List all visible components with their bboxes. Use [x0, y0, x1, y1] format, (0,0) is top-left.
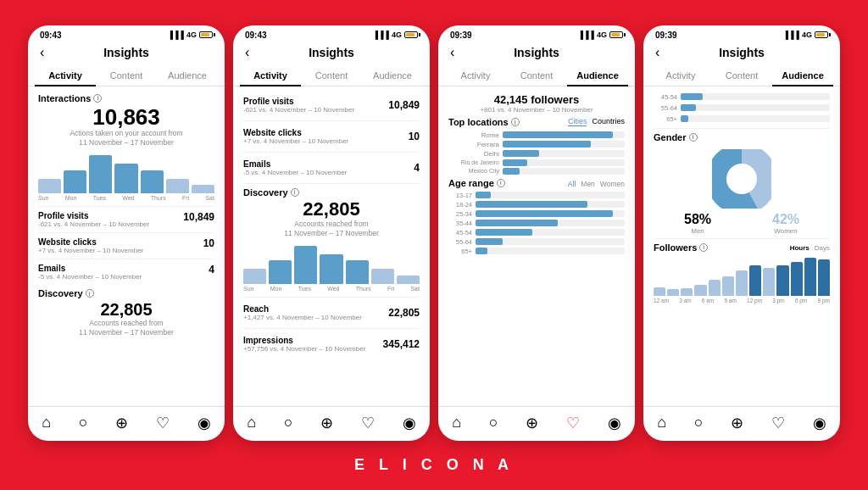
info-icon-discovery-2[interactable]: i — [291, 188, 299, 197]
age-bar-container-4554 — [476, 229, 625, 236]
add-icon-2[interactable]: ⊕ — [320, 414, 333, 432]
countries-tab[interactable]: Countries — [592, 117, 625, 125]
men-label: Men — [684, 227, 711, 235]
content-1: Interactions i 10,863 Actions taken on y… — [28, 86, 225, 406]
search-icon-2[interactable]: ○ — [284, 414, 293, 432]
age-bar-container-3544 — [476, 220, 625, 226]
loc-row-delhi: Delhi — [448, 150, 625, 158]
website-clicks-metric: Website clicks +7 vs. 4 November – 10 No… — [243, 125, 420, 148]
info-icon-interactions[interactable]: i — [93, 94, 102, 103]
info-icon-locations[interactable]: i — [511, 118, 520, 126]
back-button-3[interactable]: ‹ — [450, 45, 454, 60]
search-icon-3[interactable]: ○ — [489, 414, 498, 432]
heart-icon-4[interactable]: ♡ — [771, 414, 785, 432]
tab-audience-2[interactable]: Audience — [362, 65, 423, 86]
add-icon-1[interactable]: ⊕ — [115, 414, 128, 432]
time-2: 09:43 — [245, 31, 267, 40]
interactions-value: 10,863 — [38, 105, 214, 130]
home-icon-4[interactable]: ⌂ — [657, 414, 666, 432]
impressions-sub: +57,756 vs. 4 November – 10 November — [243, 345, 365, 353]
profile-visits-metric: Profile visits -621 vs. 4 November – 10 … — [243, 93, 420, 117]
tab-content-3[interactable]: Content — [506, 65, 567, 86]
network-icon-2: 4G — [392, 31, 402, 39]
age-bar-container-65plus — [476, 248, 625, 254]
pv-sub: -621 vs. 4 November – 10 November — [243, 106, 354, 114]
add-icon-3[interactable]: ⊕ — [526, 414, 538, 432]
profile-icon-3[interactable]: ◉ — [608, 414, 621, 432]
filter-all[interactable]: All — [568, 180, 576, 188]
gender-title: Gender i — [654, 132, 698, 142]
add-icon-4[interactable]: ⊕ — [731, 414, 743, 432]
fbar-7 — [736, 270, 748, 296]
men-stat: 58% Men — [684, 212, 711, 235]
discovery-value-2: 22,805 — [243, 199, 420, 220]
search-icon-1[interactable]: ○ — [79, 414, 88, 432]
loc-mexico-label: Mexico City — [448, 168, 499, 174]
age-row-45-54: 45-54 — [448, 229, 625, 237]
status-bar-3: 09:39 ▐▐▐ 4G — [438, 25, 635, 42]
tab-content-4[interactable]: Content — [711, 65, 772, 86]
phone-4: 09:39 ▐▐▐ 4G ‹ Insights Activity Content… — [643, 25, 840, 441]
tab-activity-2[interactable]: Activity — [240, 65, 301, 86]
tab-activity-3[interactable]: Activity — [445, 65, 506, 86]
home-icon-2[interactable]: ⌂ — [247, 414, 256, 432]
time-3: 09:39 — [450, 31, 472, 40]
info-icon-followers[interactable]: i — [699, 243, 708, 252]
tab-content-2[interactable]: Content — [301, 65, 362, 86]
fbar-2 — [667, 289, 679, 295]
phone-1: 09:43 ▐▐▐ 4G ‹ Insights Activity Content… — [28, 25, 225, 441]
tab-activity-1[interactable]: Activity — [35, 65, 96, 86]
info-icon-age[interactable]: i — [497, 179, 505, 187]
content-2: Profile visits -621 vs. 4 November – 10 … — [233, 86, 430, 406]
hours-btn[interactable]: Hours — [790, 244, 810, 252]
status-icons-3: ▐▐▐ 4G — [578, 31, 623, 39]
filter-women[interactable]: Women — [600, 180, 625, 188]
tab-audience-1[interactable]: Audience — [157, 65, 218, 86]
days-btn[interactable]: Days — [815, 244, 830, 252]
reach-label: Reach — [243, 304, 362, 314]
followers-header-row: Followers i Hours Days — [654, 242, 830, 254]
nav-3: ⌂ ○ ⊕ ♡ ◉ — [438, 406, 635, 441]
home-icon-1[interactable]: ⌂ — [42, 414, 51, 432]
reach-sub: +1,427 vs. 4 November – 10 November — [243, 314, 362, 321]
search-icon-4[interactable]: ○ — [694, 414, 704, 432]
heart-icon-1[interactable]: ♡ — [156, 414, 170, 432]
reach-metric: Reach +1,427 vs. 4 November – 10 Novembe… — [243, 301, 420, 325]
time-4: 09:39 — [655, 31, 677, 40]
back-button-1[interactable]: ‹ — [40, 45, 44, 60]
age-label-4554: 45-54 — [448, 229, 472, 237]
info-icon-discovery-1[interactable]: i — [86, 289, 94, 298]
fbar-10 — [776, 265, 788, 296]
emails-sub: -5 vs. 4 November – 10 November — [38, 273, 142, 281]
loc-ferrara-bar — [503, 141, 591, 148]
fbar-8 — [749, 265, 761, 295]
tab-audience-3[interactable]: Audience — [567, 65, 628, 86]
back-button-2[interactable]: ‹ — [245, 45, 249, 60]
page-title-1: Insights — [103, 46, 149, 59]
top-age-bar-container-5564 — [681, 104, 830, 111]
age-filter-buttons: All Men Women — [568, 180, 625, 188]
loc-rio-bar — [503, 159, 527, 166]
bar-mon — [64, 170, 86, 194]
age-label-3544: 35-44 — [448, 220, 472, 227]
emails-metric: Emails -5 vs. 4 November – 10 November 4 — [243, 156, 420, 180]
signal-icon-4: ▐▐▐ — [783, 31, 799, 39]
profile-icon-4[interactable]: ◉ — [813, 414, 826, 432]
cities-tab[interactable]: Cities — [568, 117, 587, 126]
tab-audience-4[interactable]: Audience — [772, 65, 833, 86]
profile-icon-1[interactable]: ◉ — [198, 414, 211, 432]
battery-icon-4 — [815, 31, 828, 38]
tab-content-1[interactable]: Content — [96, 65, 157, 86]
heart-icon-2[interactable]: ♡ — [361, 414, 375, 432]
top-age-row-65plus: 65+ — [654, 115, 830, 123]
tab-activity-4[interactable]: Activity — [650, 65, 711, 86]
heart-icon-3[interactable]: ♡ — [566, 414, 580, 432]
back-button-4[interactable]: ‹ — [655, 45, 659, 60]
profile-icon-2[interactable]: ◉ — [403, 414, 416, 432]
home-icon-3[interactable]: ⌂ — [452, 414, 461, 432]
nav-1: ⌂ ○ ⊕ ♡ ◉ — [28, 406, 225, 441]
followers-section-4: Followers i Hours Days — [654, 242, 830, 303]
info-icon-gender[interactable]: i — [689, 133, 698, 142]
women-pct: 42% — [772, 212, 799, 227]
filter-men[interactable]: Men — [581, 180, 595, 188]
